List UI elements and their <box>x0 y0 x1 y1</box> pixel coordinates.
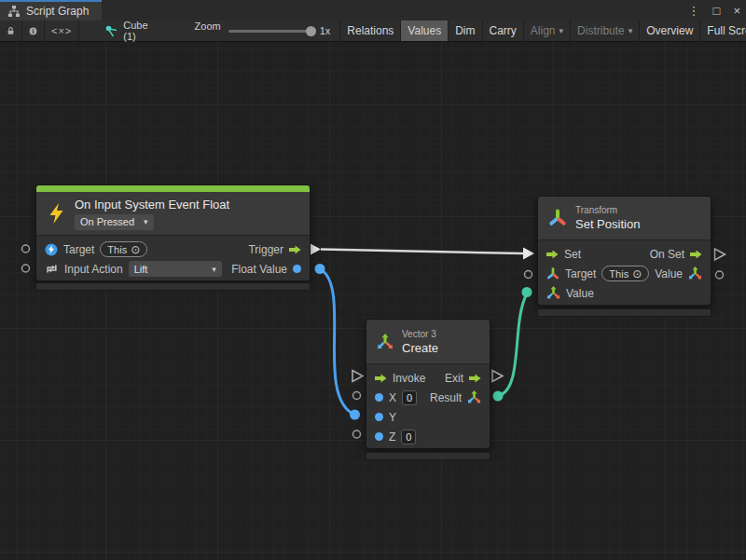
event-action-row: Input Action Lift ▾ Float Value <box>36 259 310 279</box>
lock-button[interactable] <box>0 20 22 41</box>
lock-icon <box>7 24 15 37</box>
port-event-floatvalue-out[interactable] <box>315 264 325 274</box>
x-value-field[interactable]: 0 <box>402 390 417 405</box>
breadcrumb[interactable]: Cube (1) <box>105 20 147 41</box>
input-action-dropdown[interactable]: Lift ▾ <box>129 261 222 277</box>
maximize-icon[interactable]: □ <box>713 4 721 18</box>
wire-trigger-to-set[interactable] <box>321 250 524 254</box>
code-preview-button[interactable]: <×> <box>45 20 79 41</box>
vector-invoke-row: Invoke Exit <box>366 368 490 388</box>
window-controls: ⋮ □ × <box>688 0 740 20</box>
port-label: Z <box>389 430 395 444</box>
transform-icon <box>548 209 567 227</box>
vector-node-footer <box>366 452 490 460</box>
tab-script-graph[interactable]: Script Graph <box>0 0 102 20</box>
dim-button[interactable]: Dim <box>449 20 482 41</box>
port-transform-onset-out[interactable] <box>715 249 725 260</box>
wire-arrowhead <box>523 248 534 260</box>
port-transform-value-in[interactable] <box>522 287 532 297</box>
node-transform-set-position[interactable]: Transform Set Position Set On Set <box>537 196 711 306</box>
gameobject-event-icon <box>45 243 58 256</box>
node-on-input-system-event-float[interactable]: On Input System Event Float On Pressed ▾… <box>35 184 311 281</box>
port-event-target-in[interactable] <box>22 245 30 253</box>
transform-set-row: Set On Set <box>538 244 711 264</box>
graph-icon <box>7 5 21 18</box>
toolbar: <×> Cube (1) Zoom 1x Relations Values Di… <box>0 20 746 42</box>
transform-node-title: Set Position <box>575 217 640 231</box>
port-vector-z-in[interactable] <box>353 430 361 438</box>
float-port-dot <box>293 265 301 273</box>
wire-result-to-value[interactable] <box>498 294 527 396</box>
script-graph-window: Script Graph ⋮ □ × <×> <box>0 0 746 560</box>
values-button[interactable]: Values <box>401 20 449 41</box>
transform-target-row: Target This ⊙ Value <box>538 264 711 283</box>
object-picker-icon[interactable]: ⊙ <box>632 268 642 280</box>
vector-node-body: Invoke Exit X 0 Result <box>366 364 490 448</box>
flow-arrow-icon <box>469 374 481 383</box>
float-port-dot <box>375 432 383 441</box>
port-label: Float Value <box>231 263 287 276</box>
distribute-dropdown[interactable]: Distribute▾ <box>571 20 640 41</box>
port-vector-exit-out[interactable] <box>492 371 503 382</box>
transform-node-category: Transform <box>575 205 640 215</box>
port-label: Exit <box>445 372 463 385</box>
carry-button[interactable]: Carry <box>483 20 524 41</box>
vector-node-title: Create <box>402 341 438 355</box>
tab-label: Script Graph <box>26 5 89 18</box>
zoom-slider-handle[interactable] <box>306 26 316 36</box>
port-label: Target <box>565 267 596 280</box>
code-preview-icon: <×> <box>51 25 72 36</box>
close-icon[interactable]: × <box>733 4 740 18</box>
vector3-icon <box>467 390 481 404</box>
port-transform-target-in[interactable] <box>525 271 532 279</box>
info-button[interactable] <box>22 20 45 41</box>
port-vector-x-in[interactable] <box>353 392 361 400</box>
float-port-dot <box>375 413 383 421</box>
transform-icon <box>546 267 560 280</box>
port-label: On Set <box>650 248 684 261</box>
graph-breadcrumb-icon <box>105 25 117 37</box>
vector-y-row: Y <box>366 407 490 427</box>
menu-icon[interactable]: ⋮ <box>688 4 700 18</box>
wire-floatvalue-to-y[interactable] <box>320 269 354 416</box>
port-label: Result <box>430 391 462 404</box>
port-label: Value <box>566 287 594 300</box>
object-picker-icon[interactable]: ⊙ <box>131 244 140 255</box>
chevron-down-icon: ▾ <box>560 26 564 35</box>
port-label: Set <box>564 248 581 261</box>
port-label: Target <box>63 243 94 256</box>
event-target-row: Target This ⊙ Trigger <box>36 239 310 259</box>
vector-node-header: Vector 3 Create <box>366 320 490 364</box>
port-event-action-in[interactable] <box>22 265 30 272</box>
relations-button[interactable]: Relations <box>339 20 401 41</box>
this-object-field[interactable]: This ⊙ <box>100 241 147 257</box>
full-screen-button[interactable]: Full Screen <box>700 20 746 41</box>
toolbar-right-buttons: Relations Values Dim Carry Align▾ Distri… <box>339 20 746 41</box>
vector-z-row: Z 0 <box>366 427 490 446</box>
port-label: Trigger <box>248 243 283 256</box>
event-mode-dropdown[interactable]: On Pressed ▾ <box>75 214 154 230</box>
port-label: Y <box>389 411 396 424</box>
align-dropdown[interactable]: Align▾ <box>524 20 571 41</box>
overview-button[interactable]: Overview <box>640 20 700 41</box>
event-node-body: Target This ⊙ Trigger <box>36 236 310 280</box>
vector-node-category: Vector 3 <box>402 329 438 339</box>
port-vector-y-in[interactable] <box>350 410 360 420</box>
flow-arrow-icon <box>546 250 559 259</box>
port-vector-result-out[interactable] <box>493 391 504 402</box>
port-vector-invoke-in[interactable] <box>352 371 363 382</box>
port-transform-valueout-out[interactable] <box>716 271 724 279</box>
node-vector3-create[interactable]: Vector 3 Create Invoke Exit <box>366 319 490 449</box>
info-icon <box>29 25 37 37</box>
vector-x-row: X 0 Result <box>366 388 490 407</box>
zoom-value: 1x <box>320 25 331 36</box>
event-node-header: On Input System Event Float On Pressed ▾ <box>36 192 310 236</box>
graph-canvas[interactable]: On Input System Event Float On Pressed ▾… <box>0 42 746 560</box>
this-object-field[interactable]: This ⊙ <box>601 266 649 281</box>
port-label: X <box>389 391 396 404</box>
zoom-slider-track[interactable] <box>228 30 314 33</box>
z-value-field[interactable]: 0 <box>401 430 416 444</box>
chevron-down-icon: ▾ <box>629 26 633 35</box>
port-label: Input Action <box>64 263 123 276</box>
zoom-slider[interactable] <box>221 20 314 41</box>
